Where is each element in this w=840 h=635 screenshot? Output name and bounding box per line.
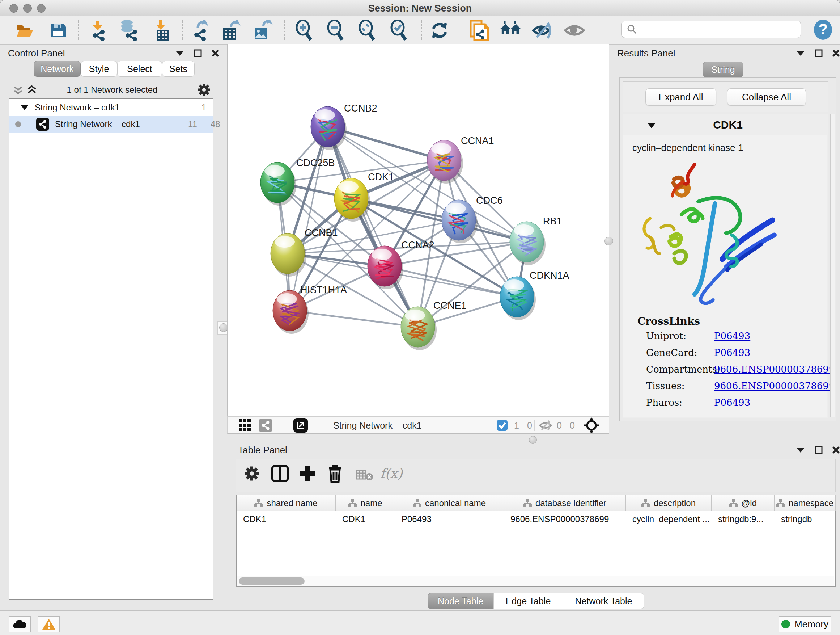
expand-all-button[interactable]: Expand All xyxy=(645,88,716,106)
tab-select[interactable]: Select xyxy=(117,61,162,77)
network-canvas[interactable]: CCNB2CCNA1CDC25BCDK1CDC6RB1CCNB1CCNA2CDK… xyxy=(227,44,609,416)
results-scrollbar[interactable] xyxy=(830,114,835,417)
table-hscrollbar[interactable] xyxy=(237,576,834,586)
tab-sets[interactable]: Sets xyxy=(162,61,195,77)
share-view-icon[interactable] xyxy=(259,419,272,432)
table-hscrollbar-thumb[interactable] xyxy=(239,578,305,585)
network-edge[interactable] xyxy=(290,310,418,327)
zoom-in-icon[interactable] xyxy=(293,19,316,42)
zoom-out-icon[interactable] xyxy=(325,19,347,42)
panel-close-icon[interactable] xyxy=(832,446,840,454)
network-node-cdkn1a[interactable]: CDKN1A xyxy=(500,270,569,320)
delete-column-trash-icon[interactable] xyxy=(326,464,344,485)
panel-float-icon[interactable] xyxy=(796,50,805,57)
network-node-rb1[interactable]: RB1 xyxy=(510,216,562,265)
column-header--id[interactable]: @id xyxy=(712,495,775,511)
search-field[interactable] xyxy=(622,21,801,38)
panel-close-icon[interactable] xyxy=(832,49,840,57)
table-cell[interactable]: cyclin–dependent ... xyxy=(626,511,712,527)
table-cell[interactable]: stringdb:9... xyxy=(712,511,775,527)
table-cell[interactable]: CDK1 xyxy=(237,511,336,527)
refresh-layout-icon[interactable] xyxy=(428,19,451,42)
network-graph[interactable]: CCNB2CCNA1CDC25BCDK1CDC6RB1CCNB1CCNA2CDK… xyxy=(227,44,609,416)
show-columns-icon[interactable] xyxy=(271,464,289,484)
tab-string[interactable]: String xyxy=(703,62,744,78)
cloud-button[interactable] xyxy=(9,616,31,632)
expand-all-networks-icon[interactable] xyxy=(26,84,38,97)
fit-crosshair-icon[interactable] xyxy=(584,419,600,432)
panel-float-icon[interactable] xyxy=(796,447,805,453)
panel-maximize-icon[interactable] xyxy=(194,49,202,57)
network-collection-row[interactable]: String Network – cdk1 1 xyxy=(9,99,213,116)
network-row-selected[interactable]: String Network – cdk1 11 48 xyxy=(9,116,213,133)
search-input[interactable] xyxy=(641,24,798,35)
hidden-eye-icon[interactable] xyxy=(538,419,553,432)
network-node-cdc6[interactable]: CDC6 xyxy=(442,195,503,243)
open-external-icon[interactable] xyxy=(294,419,308,432)
collapse-all-button[interactable]: Collapse All xyxy=(727,88,806,106)
tab-network[interactable]: Network xyxy=(34,61,81,77)
export-network-icon[interactable] xyxy=(189,19,211,42)
open-session-icon[interactable] xyxy=(13,19,36,42)
help-button[interactable]: ? xyxy=(812,19,834,41)
collapse-all-networks-icon[interactable] xyxy=(12,84,24,97)
function-builder-icon[interactable]: f(x) xyxy=(380,466,403,481)
network-node-ccne1[interactable]: CCNE1 xyxy=(401,300,467,350)
protein-collapse-icon[interactable] xyxy=(647,122,656,129)
eye-icon[interactable] xyxy=(563,19,586,42)
column-header-shared-name[interactable]: shared name xyxy=(237,495,336,511)
zoom-fit-icon[interactable] xyxy=(356,19,378,42)
table-options-gear-icon[interactable] xyxy=(243,465,260,483)
tab-edge-table[interactable]: Edge Table xyxy=(493,593,563,609)
crosslink-value-link[interactable]: P06493 xyxy=(714,347,750,358)
export-table-icon[interactable] xyxy=(219,19,242,42)
zoom-selected-icon[interactable] xyxy=(388,19,410,42)
table-cell[interactable]: stringdb xyxy=(775,511,836,527)
column-header-description[interactable]: description xyxy=(626,495,712,511)
table-cell[interactable]: P06493 xyxy=(395,511,504,527)
save-session-icon[interactable] xyxy=(47,19,69,42)
panel-close-icon[interactable] xyxy=(211,49,219,57)
import-network-icon[interactable] xyxy=(87,19,109,42)
string-document-icon[interactable] xyxy=(467,19,490,42)
homes-icon[interactable] xyxy=(500,19,523,42)
export-image-icon[interactable] xyxy=(251,19,273,42)
delete-table-icon[interactable] xyxy=(355,469,373,483)
crosslink-value-link[interactable]: 9606.ENSP00000378699 xyxy=(714,380,835,391)
show-hide-icon[interactable] xyxy=(531,19,554,42)
table-panel-title: Table Panel xyxy=(238,445,287,456)
tab-style[interactable]: Style xyxy=(81,61,117,77)
column-header-database-identifier[interactable]: database identifier xyxy=(504,495,626,511)
column-header-canonical-name[interactable]: canonical name xyxy=(395,495,504,511)
panel-maximize-icon[interactable] xyxy=(815,446,823,454)
import-table-icon[interactable] xyxy=(151,19,173,42)
birds-eye-grid-icon[interactable] xyxy=(238,419,251,432)
right-splitter-handle[interactable] xyxy=(605,237,613,245)
table-cell[interactable]: CDK1 xyxy=(336,511,395,527)
crosslink-value-link[interactable]: P06493 xyxy=(714,331,750,341)
search-icon xyxy=(627,24,637,35)
tab-node-table[interactable]: Node Table xyxy=(428,593,493,609)
bottom-splitter-handle[interactable] xyxy=(529,436,537,444)
network-node-hist1h1a[interactable]: HIST1H1A xyxy=(273,285,347,334)
memory-button[interactable]: Memory xyxy=(778,616,831,632)
network-options-gear-icon[interactable] xyxy=(197,82,211,98)
crosslink-value-link[interactable]: P06493 xyxy=(714,397,750,408)
collection-expand-icon[interactable] xyxy=(20,104,29,111)
tab-network-table[interactable]: Network Table xyxy=(563,593,644,609)
add-column-icon[interactable] xyxy=(298,464,317,484)
column-header-namespace[interactable]: namespace xyxy=(775,495,836,511)
network-edge[interactable] xyxy=(290,127,328,310)
import-network-from-database-icon[interactable] xyxy=(118,19,140,42)
column-header-name[interactable]: name xyxy=(336,495,395,511)
left-splitter-handle[interactable] xyxy=(219,323,228,332)
warnings-button[interactable] xyxy=(38,616,60,632)
panel-float-icon[interactable] xyxy=(175,50,185,57)
network-node-cdk1[interactable]: CDK1 xyxy=(334,172,394,222)
network-edge[interactable] xyxy=(328,127,418,327)
table-cell[interactable]: 9606.ENSP00000378699 xyxy=(504,511,626,527)
crosslink-value-link[interactable]: 9606.ENSP00000378699 xyxy=(714,364,835,375)
network-node-ccnb2[interactable]: CCNB2 xyxy=(311,103,377,150)
panel-maximize-icon[interactable] xyxy=(815,49,823,57)
selected-checkbox-icon[interactable] xyxy=(497,419,508,432)
